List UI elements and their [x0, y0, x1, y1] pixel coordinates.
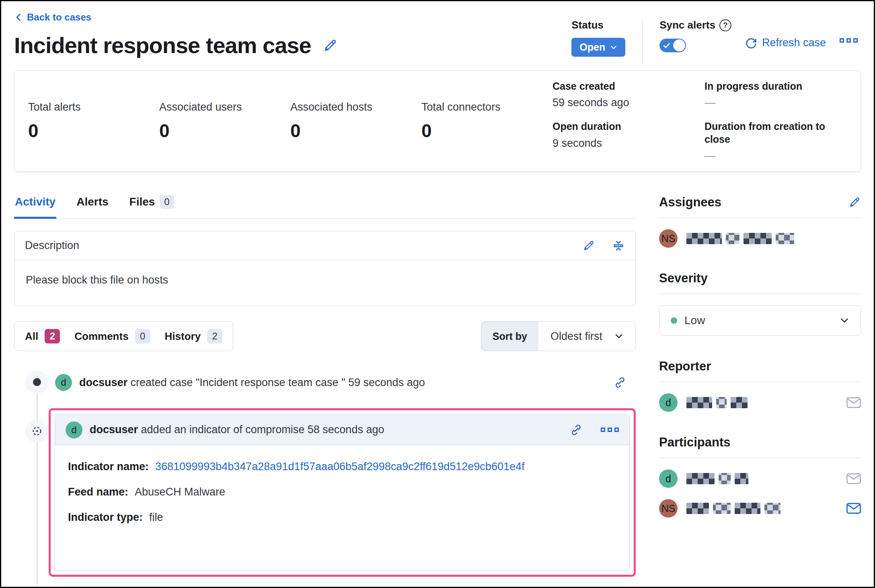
avatar: d [55, 374, 72, 391]
status-label: Status [571, 19, 625, 31]
chevron-down-icon [614, 332, 623, 341]
edit-description-button[interactable] [582, 239, 595, 252]
redacted-name [686, 233, 794, 244]
filter-all[interactable]: All 2 [25, 329, 60, 343]
date-open-duration: Open duration 9 seconds [553, 120, 685, 149]
status-dropdown[interactable]: Open [571, 38, 625, 57]
created-case-event: d docsuser created case "Incident respon… [55, 368, 636, 397]
boxes-icon [601, 428, 605, 432]
case-detail-page: Back to cases Incident response team cas… [0, 0, 875, 588]
avatar: d [66, 421, 82, 438]
activity-timeline: d docsuser created case "Incident respon… [14, 368, 636, 577]
activity-filter-group: All 2 Comments 0 History 2 [14, 321, 233, 351]
mail-icon[interactable] [846, 502, 861, 514]
event-user: docsuser [90, 424, 138, 436]
severity-select[interactable]: Low [659, 305, 861, 336]
indicator-name-link[interactable]: 3681099993b4b347a28a91d1f57aaa06b5af2998… [155, 461, 524, 473]
refresh-case-button[interactable]: Refresh case [745, 37, 826, 49]
chevron-left-icon [14, 12, 23, 23]
event-more-actions-button[interactable] [601, 428, 619, 432]
chevron-down-icon [840, 316, 849, 325]
boxes-icon [840, 38, 844, 43]
mail-icon[interactable] [846, 397, 861, 409]
tab-activity[interactable]: Activity [14, 193, 56, 218]
ioc-feed-name-row: Feed name: AbuseCH Malware [68, 486, 616, 498]
status-block: Status Open [571, 19, 625, 57]
stat-total-connectors: Total connectors 0 [421, 101, 553, 142]
event-user: docsuser [79, 376, 127, 389]
participant-row: d [659, 469, 861, 488]
assignee-row: NS [659, 229, 861, 248]
description-title: Description [25, 239, 79, 252]
page-title: Incident response team case [14, 32, 311, 58]
tab-alerts[interactable]: Alerts [76, 193, 109, 218]
reporter-row: d [659, 393, 861, 412]
severity-title: Severity [659, 271, 708, 286]
avatar: d [659, 393, 678, 412]
avatar: NS [659, 499, 678, 518]
assignees-title: Assignees [659, 195, 721, 210]
case-tabs: Activity Alerts Files 0 [14, 193, 636, 219]
edit-title-button[interactable] [322, 38, 338, 53]
date-duration-creation-to-close: Duration from creation to close — [705, 120, 825, 162]
sync-alerts-toggle[interactable] [659, 39, 686, 52]
stat-associated-users: Associated users 0 [159, 101, 290, 142]
filter-history[interactable]: History 2 [165, 329, 223, 343]
redacted-name [686, 503, 781, 514]
participants-title: Participants [659, 435, 730, 450]
redacted-name [686, 397, 748, 408]
participants-section: Participants d NS [659, 435, 861, 518]
link-icon[interactable] [613, 376, 627, 389]
sort-by-control: Sort by Oldest first [481, 321, 636, 351]
sync-alerts-label: Sync alerts [659, 19, 715, 31]
case-summary-panel: Total alerts 0 Associated users 0 Associ… [14, 70, 861, 172]
event-action: added an indicator of compromise 58 seco… [141, 424, 384, 436]
edit-assignees-button[interactable] [848, 196, 861, 209]
participant-row: NS [659, 499, 861, 518]
highlighted-annotation-box: d docsuser added an indicator of comprom… [49, 408, 636, 577]
link-icon[interactable] [569, 423, 583, 437]
sort-by-select[interactable]: Oldest first [538, 322, 635, 351]
avatar: d [659, 469, 678, 488]
refresh-icon [745, 37, 757, 49]
sync-alerts-block: Sync alerts ? [659, 19, 731, 52]
case-dates: Case created 59 seconds ago Open duratio… [553, 80, 847, 162]
ioc-indicator-name-row: Indicator name: 3681099993b4b347a28a91d1… [68, 461, 616, 473]
comments-count-badge: 0 [135, 329, 150, 343]
chevron-down-icon [610, 44, 617, 51]
severity-low-dot [671, 317, 677, 324]
ioc-indicator-type-row: Indicator type: file [68, 511, 616, 524]
event-action: created case "Incident response team cas… [131, 376, 425, 389]
reporter-section: Reporter d [659, 359, 861, 412]
header-divider [642, 19, 643, 64]
help-icon[interactable]: ? [719, 19, 731, 31]
crosshair-icon [30, 424, 44, 438]
files-count-badge: 0 [160, 195, 174, 209]
more-actions-button[interactable] [840, 38, 858, 43]
back-to-cases-label: Back to cases [27, 12, 91, 23]
back-to-cases-link[interactable]: Back to cases [14, 12, 91, 23]
date-in-progress-duration: In progress duration — [705, 80, 825, 109]
assignees-section: Assignees NS [659, 195, 861, 248]
case-sidebar: Assignees NS [659, 193, 861, 577]
timeline-marker-dot [25, 370, 49, 394]
severity-value: Low [684, 314, 705, 327]
ioc-event-card: d docsuser added an indicator of comprom… [55, 414, 630, 571]
toggle-knob [673, 39, 685, 51]
description-card: Description [14, 231, 636, 306]
collapse-description-icon[interactable] [612, 239, 625, 252]
history-count-badge: 2 [207, 329, 222, 343]
all-count-badge: 2 [45, 329, 60, 343]
avatar: NS [659, 229, 678, 248]
stat-associated-hosts: Associated hosts 0 [290, 101, 421, 142]
timeline-marker-crosshair [25, 419, 49, 443]
status-value: Open [579, 41, 605, 53]
reporter-title: Reporter [659, 359, 711, 374]
description-body: Please block this file on hosts [14, 260, 635, 306]
filter-comments[interactable]: Comments 0 [74, 329, 150, 343]
mail-icon[interactable] [846, 473, 861, 485]
header-actions: Status Open Sync alerts ? [571, 19, 858, 64]
sort-by-label: Sort by [481, 322, 538, 351]
tab-files[interactable]: Files 0 [129, 193, 175, 218]
redacted-name [686, 473, 748, 484]
